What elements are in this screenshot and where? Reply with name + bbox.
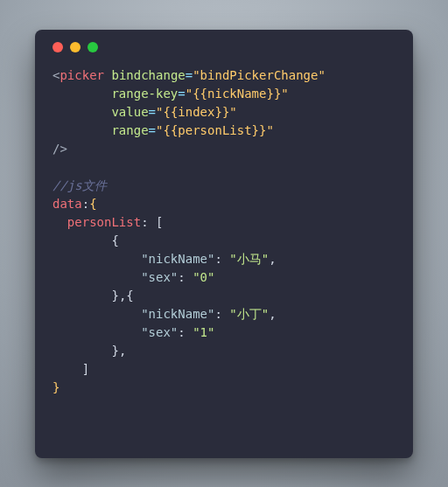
comma: , bbox=[119, 344, 126, 358]
colon: : bbox=[141, 215, 148, 229]
brace-open: { bbox=[89, 197, 96, 211]
colon: : bbox=[82, 197, 89, 211]
val-value: "{{index}}" bbox=[156, 105, 237, 119]
bracket-close: ] bbox=[82, 362, 89, 376]
attr-bindchange: bindchange bbox=[111, 68, 185, 82]
val-name-2: "小丁" bbox=[229, 307, 269, 321]
val-bindchange: "bindPickerChange" bbox=[192, 68, 326, 82]
val-sex-2: "1" bbox=[192, 325, 214, 339]
colon: : bbox=[178, 325, 185, 339]
eq: = bbox=[149, 123, 156, 137]
brace-close: } bbox=[52, 380, 60, 394]
angle-close: > bbox=[60, 142, 66, 156]
prop-personlist: personList bbox=[67, 215, 141, 229]
colon: : bbox=[214, 307, 221, 321]
val-name-1: "小马" bbox=[229, 252, 269, 266]
brace-close: } bbox=[111, 344, 118, 358]
attr-rangekey: range-key bbox=[111, 87, 178, 101]
minimize-icon[interactable] bbox=[70, 42, 80, 52]
comma: , bbox=[269, 307, 276, 321]
comma: , bbox=[269, 252, 276, 266]
val-rangekey: "{{nickName}}" bbox=[186, 87, 289, 101]
bracket-open: [ bbox=[156, 215, 163, 229]
stage: <picker bindchange="bindPickerChange" ra… bbox=[0, 0, 448, 487]
brace-open: { bbox=[111, 233, 118, 247]
tag-picker: picker bbox=[60, 68, 104, 82]
zoom-icon[interactable] bbox=[88, 42, 98, 52]
keyword-data: data bbox=[52, 197, 82, 211]
eq: = bbox=[149, 105, 156, 119]
key-nickname-1: "nickName" bbox=[141, 252, 214, 266]
comment-js-file: //js文件 bbox=[52, 178, 107, 192]
close-icon[interactable] bbox=[52, 42, 63, 52]
code-block: <picker bindchange="bindPickerChange" ra… bbox=[52, 66, 396, 397]
colon: : bbox=[178, 270, 185, 284]
code-window: <picker bindchange="bindPickerChange" ra… bbox=[35, 30, 413, 458]
attr-range: range bbox=[111, 123, 148, 137]
brace-close: } bbox=[111, 289, 118, 303]
colon: : bbox=[214, 252, 221, 266]
brace-open: { bbox=[126, 289, 133, 303]
eq: = bbox=[186, 68, 192, 82]
val-sex-1: "0" bbox=[192, 270, 214, 284]
key-sex-2: "sex" bbox=[141, 325, 178, 339]
attr-value: value bbox=[111, 105, 148, 119]
window-titlebar bbox=[52, 42, 396, 66]
key-nickname-2: "nickName" bbox=[141, 307, 214, 321]
eq: = bbox=[178, 87, 185, 101]
key-sex-1: "sex" bbox=[141, 270, 178, 284]
val-range: "{{personList}}" bbox=[156, 123, 274, 137]
